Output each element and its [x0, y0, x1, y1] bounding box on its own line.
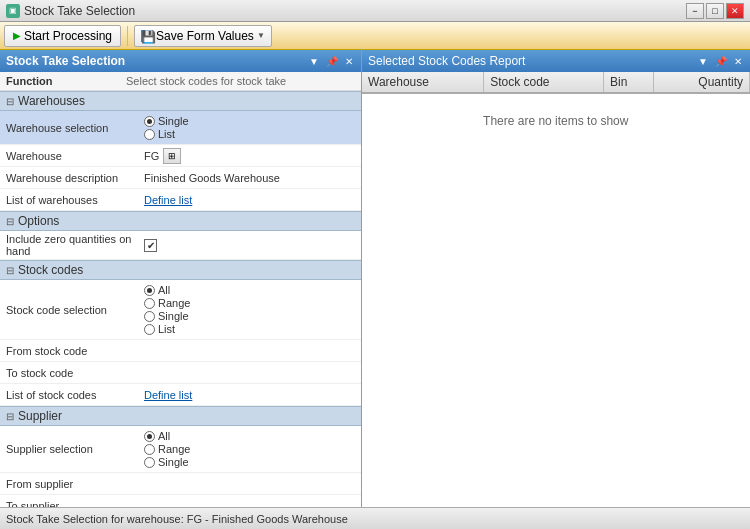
stock-code-range-label: Range: [158, 297, 190, 309]
stock-code-range[interactable]: Range: [144, 297, 357, 309]
left-panel: Stock Take Selection ▼ 📌 ✕ Function Sele…: [0, 50, 362, 507]
to-supplier-label: To supplier: [0, 498, 140, 508]
play-icon: ▶: [13, 30, 21, 41]
supplier-all[interactable]: All: [144, 430, 357, 442]
right-panel-pin-icon[interactable]: 📌: [713, 56, 729, 67]
from-supplier-value: [140, 482, 361, 486]
warehouse-row: Warehouse FG ⊞: [0, 145, 361, 167]
warehouse-value-container: FG ⊞: [140, 146, 361, 166]
close-button[interactable]: ✕: [726, 3, 744, 19]
warehouse-single-radio[interactable]: [144, 116, 155, 127]
warehouse-description-row: Warehouse description Finished Goods War…: [0, 167, 361, 189]
col-quantity: Quantity: [654, 72, 750, 93]
list-of-stock-codes-row: List of stock codes Define list: [0, 384, 361, 406]
stock-code-single-radio[interactable]: [144, 311, 155, 322]
supplier-range-radio[interactable]: [144, 444, 155, 455]
supplier-selection-label: Supplier selection: [0, 441, 140, 457]
warehouse-selection-radio-group[interactable]: Single List: [144, 113, 357, 142]
maximize-button[interactable]: □: [706, 3, 724, 19]
stock-code-radio-group[interactable]: All Range Single List: [144, 282, 357, 337]
to-stock-code-label: To stock code: [0, 365, 140, 381]
save-form-values-label: Save Form Values: [156, 29, 254, 43]
list-of-stock-codes-value[interactable]: Define list: [140, 387, 361, 403]
supplier-single[interactable]: Single: [144, 456, 357, 468]
minimize-button[interactable]: −: [686, 3, 704, 19]
from-stock-code-row: From stock code: [0, 340, 361, 362]
warehouse-list-label: List: [158, 128, 175, 140]
warehouses-section-header[interactable]: ⊟ Warehouses: [0, 91, 361, 111]
stock-code-single-label: Single: [158, 310, 189, 322]
stock-code-single[interactable]: Single: [144, 310, 357, 322]
stock-code-selection-value: All Range Single List: [140, 280, 361, 339]
dropdown-arrow-icon: ▼: [257, 31, 265, 40]
no-items-message: There are no items to show: [362, 93, 750, 148]
from-supplier-label: From supplier: [0, 476, 140, 492]
left-panel-controls[interactable]: ▼ 📌 ✕: [307, 56, 355, 67]
warehouse-selection-value: Single List: [140, 111, 361, 144]
stock-code-list-label: List: [158, 323, 175, 335]
right-panel-header: Selected Stock Codes Report ▼ 📌 ✕: [362, 50, 750, 72]
include-zero-qty-value[interactable]: ✔: [140, 237, 361, 254]
warehouse-selection-single[interactable]: Single: [144, 115, 357, 127]
warehouse-description-label: Warehouse description: [0, 170, 140, 186]
right-panel: Selected Stock Codes Report ▼ 📌 ✕ Wareho…: [362, 50, 750, 507]
warehouses-collapse-icon: ⊟: [6, 96, 14, 107]
stock-code-all[interactable]: All: [144, 284, 357, 296]
warehouse-browse-button[interactable]: ⊞: [163, 148, 181, 164]
supplier-all-radio[interactable]: [144, 431, 155, 442]
stock-codes-section-header[interactable]: ⊟ Stock codes: [0, 260, 361, 280]
options-collapse-icon: ⊟: [6, 216, 14, 227]
stock-code-all-radio[interactable]: [144, 285, 155, 296]
warehouse-list-radio[interactable]: [144, 129, 155, 140]
include-zero-qty-label: Include zero quantities on hand: [0, 231, 140, 259]
save-form-values-button[interactable]: 💾 Save Form Values ▼: [134, 25, 272, 47]
supplier-collapse-icon: ⊟: [6, 411, 14, 422]
title-text: Stock Take Selection: [24, 4, 135, 18]
function-label: Function: [6, 75, 126, 87]
supplier-selection-value: All Range Single: [140, 426, 361, 472]
toolbar-separator: [127, 26, 128, 46]
supplier-range-label: Range: [158, 443, 190, 455]
left-panel-title: Stock Take Selection: [6, 54, 125, 68]
right-panel-title: Selected Stock Codes Report: [368, 54, 525, 68]
right-panel-controls[interactable]: ▼ 📌 ✕: [696, 56, 744, 67]
include-zero-qty-checkbox[interactable]: ✔: [144, 239, 157, 252]
supplier-radio-group[interactable]: All Range Single: [144, 428, 357, 470]
left-panel-pin-icon[interactable]: 📌: [324, 56, 340, 67]
warehouse-description-value: Finished Goods Warehouse: [140, 170, 361, 186]
status-text: Stock Take Selection for warehouse: FG -…: [6, 513, 348, 525]
start-processing-button[interactable]: ▶ Start Processing: [4, 25, 121, 47]
title-controls[interactable]: − □ ✕: [686, 3, 744, 19]
stock-code-range-radio[interactable]: [144, 298, 155, 309]
main-content: Stock Take Selection ▼ 📌 ✕ Function Sele…: [0, 50, 750, 507]
options-section-header[interactable]: ⊟ Options: [0, 211, 361, 231]
col-warehouse: Warehouse: [362, 72, 484, 93]
supplier-single-radio[interactable]: [144, 457, 155, 468]
form-area[interactable]: ⊟ Warehouses Warehouse selection Single …: [0, 91, 361, 507]
col-bin: Bin: [604, 72, 654, 93]
supplier-section-header[interactable]: ⊟ Supplier: [0, 406, 361, 426]
to-supplier-value: [140, 504, 361, 508]
stock-code-all-label: All: [158, 284, 170, 296]
stock-code-list[interactable]: List: [144, 323, 357, 335]
function-desc: Select stock codes for stock take: [126, 75, 286, 87]
list-of-warehouses-value[interactable]: Define list: [140, 192, 361, 208]
from-stock-code-value: [140, 349, 361, 353]
warehouse-single-label: Single: [158, 115, 189, 127]
right-panel-dropdown-icon[interactable]: ▼: [696, 56, 710, 67]
from-supplier-row: From supplier: [0, 473, 361, 495]
right-panel-close-icon[interactable]: ✕: [732, 56, 744, 67]
supplier-range[interactable]: Range: [144, 443, 357, 455]
to-stock-code-row: To stock code: [0, 362, 361, 384]
warehouse-code: FG: [144, 150, 159, 162]
save-icon: 💾: [141, 30, 153, 42]
left-panel-dropdown-icon[interactable]: ▼: [307, 56, 321, 67]
stock-code-selection-row: Stock code selection All Range: [0, 280, 361, 340]
title-bar-left: ▣ Stock Take Selection: [6, 4, 135, 18]
left-panel-close-icon[interactable]: ✕: [343, 56, 355, 67]
stock-code-list-radio[interactable]: [144, 324, 155, 335]
left-panel-header: Stock Take Selection ▼ 📌 ✕: [0, 50, 361, 72]
right-table: Warehouse Stock code Bin Quantity There …: [362, 72, 750, 148]
to-stock-code-value: [140, 371, 361, 375]
warehouse-selection-list[interactable]: List: [144, 128, 357, 140]
